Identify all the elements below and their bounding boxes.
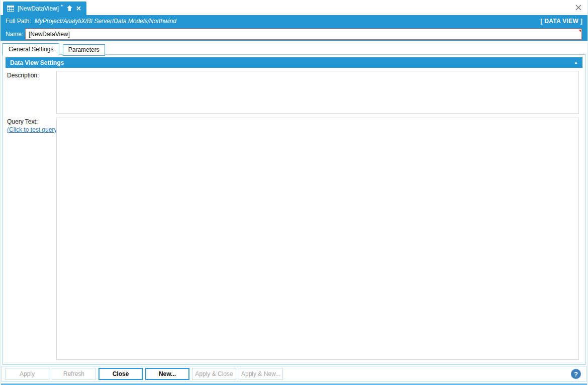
query-text-textarea[interactable] [56,118,579,360]
description-textarea[interactable] [56,71,579,114]
data-view-editor-window: [NewDataView] * Full Path: MyPro [0,0,588,385]
collapse-section-icon[interactable]: ▲ [574,61,578,65]
data-view-grid-icon [7,6,14,12]
document-tab[interactable]: [NewDataView] * [3,2,86,15]
apply-and-close-button[interactable]: Apply & Close [192,368,236,380]
name-input[interactable] [25,29,582,40]
page-tabs: General Settings Parameters [3,43,105,55]
refresh-button[interactable]: Refresh [52,368,96,380]
help-button[interactable]: ? [571,369,581,379]
full-path-label: Full Path: [6,18,31,25]
tab-parameters[interactable]: Parameters [63,44,105,56]
item-type-badge: [ DATA VIEW ] [540,18,582,25]
document-tab-title: [NewDataView] [18,5,59,12]
document-tab-strip: [NewDataView] * [1,0,587,15]
apply-button[interactable]: Apply [5,368,49,380]
name-input-wrap [25,29,582,40]
footer-bar: Apply Refresh Close New... Apply & Close… [2,366,586,382]
name-row: Name: [1,27,587,41]
name-label: Name: [6,31,20,38]
tab-general-settings[interactable]: General Settings [3,43,59,56]
query-text-label: Query Text: [7,118,38,125]
section-title: Data View Settings [10,59,64,66]
test-query-link[interactable]: (Click to test query) [7,126,59,133]
window-close-icon[interactable] [575,4,582,11]
tab-close-icon[interactable] [76,6,81,11]
general-settings-panel: Data View Settings ▲ Description: Query … [3,54,585,365]
description-label: Description: [7,72,39,79]
data-view-settings-header[interactable]: Data View Settings ▲ [6,57,582,68]
new-button[interactable]: New... [145,368,189,380]
full-path-bar: Full Path: MyProject/AnalytiX/BI Server/… [1,15,587,27]
close-button[interactable]: Close [99,368,143,380]
unsaved-changes-marker: * [61,4,63,10]
apply-and-new-button[interactable]: Apply & New... [239,368,283,380]
full-path-value: MyProject/AnalytiX/BI Server/Data Models… [35,18,176,25]
navigate-up-icon[interactable] [66,5,73,12]
